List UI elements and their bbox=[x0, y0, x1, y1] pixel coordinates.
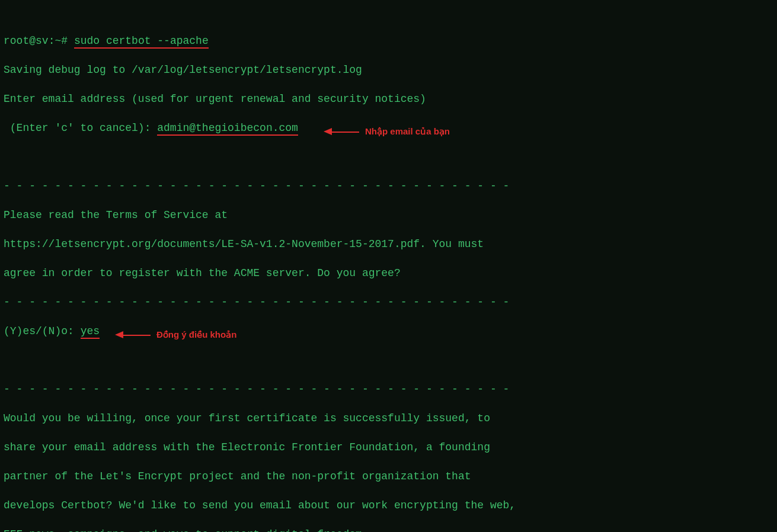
output-line: develops Certbot? We'd like to send you … bbox=[4, 498, 773, 513]
output-line: share your email address with the Electr… bbox=[4, 440, 773, 455]
output-line: (Y)es/(N)o: yes Đồng ý điều khoản bbox=[4, 324, 773, 339]
output-line: Enter email address (used for urgent ren… bbox=[4, 92, 773, 107]
annotation-label: Nhập email của bạn bbox=[365, 124, 450, 139]
prompt-symbol: # bbox=[61, 35, 68, 47]
output-line: Saving debug log to /var/log/letsencrypt… bbox=[4, 63, 773, 78]
annotation-agree: Đồng ý điều khoản bbox=[115, 328, 236, 342]
output-line: partner of the Let's Encrypt project and… bbox=[4, 469, 773, 484]
terminal-output: root@sv:~# sudo certbot --apache Saving … bbox=[0, 0, 777, 532]
annotation-email: Nhập email của bạn bbox=[324, 124, 450, 139]
email-prompt: (Enter 'c' to cancel): bbox=[4, 122, 157, 134]
separator-line: - - - - - - - - - - - - - - - - - - - - … bbox=[4, 382, 773, 397]
arrow-icon bbox=[324, 129, 359, 134]
yes-input-value: yes bbox=[81, 325, 100, 339]
prompt-line: root@sv:~# sudo certbot --apache bbox=[4, 34, 773, 49]
output-line: agree in order to register with the ACME… bbox=[4, 266, 773, 281]
prompt-cwd: ~ bbox=[55, 35, 61, 47]
output-line: https://letsencrypt.org/documents/LE-SA-… bbox=[4, 237, 773, 252]
output-line: EFF news, campaigns, and ways to support… bbox=[4, 527, 773, 532]
annotation-label: Đồng ý điều khoản bbox=[156, 328, 236, 342]
output-line: Please read the Terms of Service at bbox=[4, 208, 773, 223]
arrow-icon bbox=[115, 332, 151, 338]
command-text: sudo certbot --apache bbox=[74, 35, 209, 49]
output-line: (Enter 'c' to cancel): admin@thegioibeco… bbox=[4, 121, 773, 136]
output-line: Would you be willing, once your first ce… bbox=[4, 411, 773, 426]
separator-line: - - - - - - - - - - - - - - - - - - - - … bbox=[4, 179, 773, 194]
email-input-value: admin@thegioibecon.com bbox=[157, 122, 298, 136]
separator-line: - - - - - - - - - - - - - - - - - - - - … bbox=[4, 295, 773, 310]
prompt-userhost: root@sv bbox=[4, 35, 49, 47]
yesno-prompt: (Y)es/(N)o: bbox=[4, 325, 81, 337]
